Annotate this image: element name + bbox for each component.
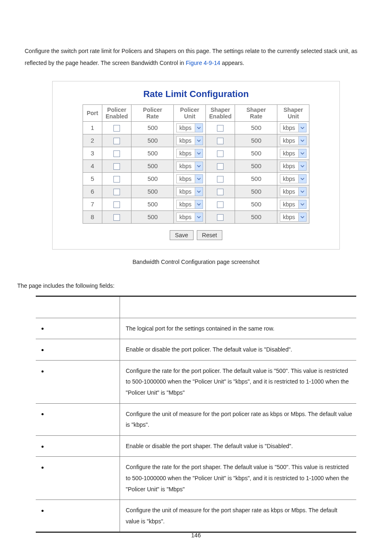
chevron-down-icon[interactable] [299, 200, 307, 209]
shaper-enabled-cell [206, 134, 235, 147]
shaper-unit-select[interactable]: kbps [280, 200, 299, 209]
policer-unit-cell: kbps [174, 210, 206, 223]
field-label [36, 318, 120, 339]
policer-rate-cell[interactable]: 500 [131, 147, 174, 160]
shaper-unit-cell: kbps [277, 121, 309, 134]
shaper-enabled-checkbox[interactable] [217, 214, 224, 221]
policer-enabled-checkbox[interactable] [113, 125, 120, 132]
shaper-enabled-checkbox[interactable] [217, 176, 224, 183]
policer-enabled-checkbox[interactable] [113, 163, 120, 170]
policer-unit-select[interactable]: kbps [176, 136, 195, 145]
policer-rate-cell[interactable]: 500 [131, 210, 174, 223]
policer-unit-select[interactable]: kbps [176, 123, 195, 132]
fields-table: The logical port for the settings contai… [36, 296, 356, 533]
policer-enabled-checkbox[interactable] [113, 214, 120, 221]
policer-enabled-checkbox[interactable] [113, 150, 120, 157]
port-cell: 2 [83, 134, 102, 147]
policer-rate-cell[interactable]: 500 [131, 134, 174, 147]
shaper-enabled-checkbox[interactable] [217, 125, 224, 132]
field-label [36, 435, 120, 457]
field-row: Configure the unit of measure for the po… [36, 500, 356, 532]
chevron-down-icon[interactable] [195, 123, 203, 132]
table-row: 8500kbps500kbps [83, 210, 309, 223]
chevron-down-icon[interactable] [299, 174, 307, 183]
policer-enabled-checkbox[interactable] [113, 138, 120, 144]
shaper-rate-cell[interactable]: 500 [235, 134, 277, 147]
table-row: 1500kbps500kbps [83, 121, 309, 134]
policer-enabled-checkbox[interactable] [113, 201, 120, 208]
chevron-down-icon[interactable] [195, 200, 203, 209]
chevron-down-icon[interactable] [299, 162, 307, 171]
port-cell: 7 [83, 198, 102, 210]
bullet-icon [42, 328, 44, 330]
chevron-down-icon[interactable] [299, 136, 307, 145]
bullet-icon [42, 349, 44, 351]
shaper-rate-cell[interactable]: 500 [235, 121, 277, 134]
policer-enabled-checkbox[interactable] [113, 189, 120, 195]
shaper-rate-cell[interactable]: 500 [235, 198, 277, 210]
chevron-down-icon[interactable] [299, 123, 307, 132]
shaper-enabled-cell [206, 198, 235, 210]
shaper-rate-cell[interactable]: 500 [235, 185, 277, 198]
field-label [36, 339, 120, 361]
policer-rate-cell[interactable]: 500 [131, 198, 174, 210]
chevron-down-icon[interactable] [195, 187, 203, 196]
policer-unit-cell: kbps [174, 172, 206, 185]
shaper-unit-select[interactable]: kbps [280, 149, 299, 158]
shaper-unit-select[interactable]: kbps [280, 123, 299, 132]
shaper-unit-select[interactable]: kbps [280, 174, 299, 183]
policer-rate-cell[interactable]: 500 [131, 185, 174, 198]
field-desc: The logical port for the settings contai… [120, 318, 357, 339]
shaper-rate-cell[interactable]: 500 [235, 210, 277, 223]
chevron-down-icon[interactable] [195, 149, 203, 158]
th-shaper-rate: Shaper Rate [235, 104, 277, 121]
policer-rate-cell[interactable]: 500 [131, 160, 174, 172]
shaper-enabled-checkbox[interactable] [217, 150, 224, 157]
shaper-enabled-cell [206, 121, 235, 134]
policer-enabled-checkbox[interactable] [113, 176, 120, 183]
chevron-down-icon[interactable] [195, 136, 203, 145]
screenshot-caption: Bandwidth Control Configuration page scr… [0, 259, 392, 265]
policer-rate-cell[interactable]: 500 [131, 172, 174, 185]
policer-unit-select[interactable]: kbps [176, 213, 195, 222]
figure-link[interactable]: Figure 4-9-14 [186, 60, 220, 66]
shaper-rate-cell[interactable]: 500 [235, 160, 277, 172]
shaper-enabled-checkbox[interactable] [217, 189, 224, 195]
table-row: 6500kbps500kbps [83, 185, 309, 198]
shaper-enabled-checkbox[interactable] [217, 138, 224, 144]
policer-unit-cell: kbps [174, 185, 206, 198]
policer-rate-cell[interactable]: 500 [131, 121, 174, 134]
chevron-down-icon[interactable] [299, 187, 307, 196]
policer-unit-select[interactable]: kbps [176, 174, 195, 183]
policer-enabled-cell [102, 147, 131, 160]
shaper-unit-select[interactable]: kbps [280, 187, 299, 196]
policer-unit-select[interactable]: kbps [176, 149, 195, 158]
shaper-enabled-checkbox[interactable] [217, 163, 224, 170]
shaper-enabled-cell [206, 160, 235, 172]
policer-enabled-cell [102, 134, 131, 147]
shaper-unit-select[interactable]: kbps [280, 162, 299, 171]
shaper-rate-cell[interactable]: 500 [235, 172, 277, 185]
field-row: Configure the unit of measure for the po… [36, 403, 356, 435]
chevron-down-icon[interactable] [299, 213, 307, 222]
policer-unit-select[interactable]: kbps [176, 162, 195, 171]
policer-unit-select[interactable]: kbps [176, 187, 195, 196]
shaper-rate-cell[interactable]: 500 [235, 147, 277, 160]
policer-unit-select[interactable]: kbps [176, 200, 195, 209]
reset-button[interactable]: Reset [197, 230, 223, 240]
chevron-down-icon[interactable] [195, 213, 203, 222]
chevron-down-icon[interactable] [195, 162, 203, 171]
fields-header-object [36, 296, 120, 318]
panel-title: Rate Limit Configuration [58, 89, 334, 99]
policer-enabled-cell [102, 198, 131, 210]
bullet-icon [42, 413, 44, 415]
chevron-down-icon[interactable] [195, 174, 203, 183]
shaper-unit-select[interactable]: kbps [280, 136, 299, 145]
port-cell: 5 [83, 172, 102, 185]
field-label [36, 360, 120, 403]
policer-enabled-cell [102, 185, 131, 198]
shaper-enabled-checkbox[interactable] [217, 201, 224, 208]
save-button[interactable]: Save [170, 230, 194, 240]
chevron-down-icon[interactable] [299, 149, 307, 158]
shaper-unit-select[interactable]: kbps [280, 213, 299, 222]
